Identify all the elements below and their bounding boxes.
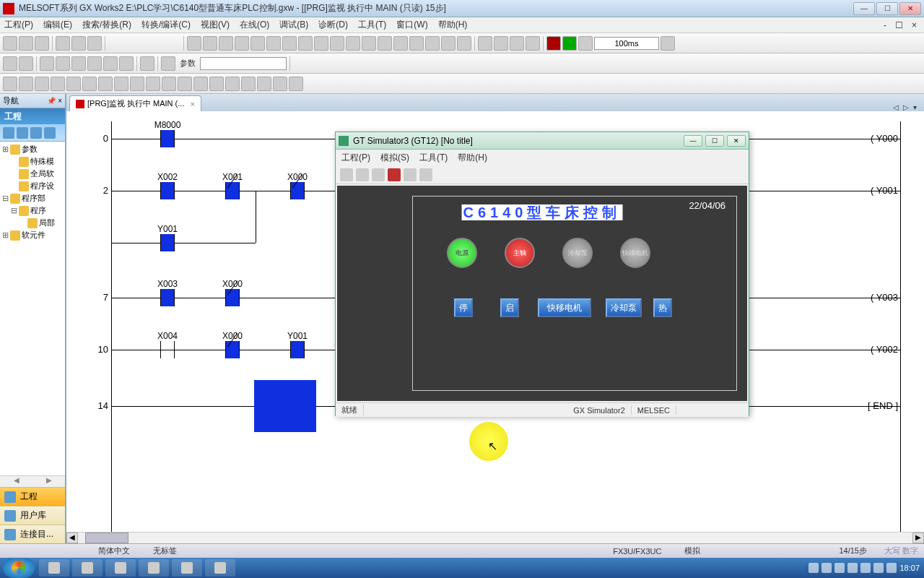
tree-item[interactable]: 特殊模: [1, 155, 64, 168]
nav-section-工程[interactable]: 工程: [0, 487, 65, 506]
toolbar-btn[interactable]: [71, 56, 86, 71]
menu-project[interactable]: 工程(P): [4, 19, 33, 31]
mdi-min[interactable]: -: [881, 20, 889, 30]
nav-tool-icon[interactable]: [3, 127, 14, 139]
toolbar-btn[interactable]: [219, 36, 233, 51]
toolbar-btn[interactable]: [494, 36, 508, 51]
toolbar-btn[interactable]: [187, 36, 201, 51]
toolbar-btn[interactable]: [282, 36, 297, 51]
menu-edit[interactable]: 编辑(E): [43, 19, 72, 31]
toolbar-btn[interactable]: [457, 36, 471, 51]
tree-item[interactable]: ⊟程序: [1, 204, 64, 217]
menu-debug[interactable]: 调试(B): [279, 19, 308, 31]
toolbar-btn[interactable]: [298, 36, 313, 51]
hmi-button-快移电机[interactable]: 快移电机: [538, 298, 591, 317]
menu-view[interactable]: 视图(V): [201, 19, 230, 31]
toolbar-btn[interactable]: [478, 36, 492, 51]
toolbar-btn[interactable]: [56, 56, 70, 71]
ladder-contact[interactable]: [160, 182, 175, 199]
start-button[interactable]: [3, 558, 35, 578]
ladder-contact[interactable]: [225, 289, 240, 306]
toolbar-btn[interactable]: [378, 36, 392, 51]
close-button[interactable]: ✕: [899, 2, 921, 15]
ladder-contact[interactable]: [225, 341, 240, 358]
tree-item[interactable]: 局部: [1, 217, 64, 229]
tray-icon[interactable]: [821, 563, 832, 573]
tab-prev[interactable]: ◁: [893, 103, 899, 111]
ladder-contact[interactable]: [160, 130, 175, 147]
gt-tool-icon[interactable]: [340, 168, 353, 181]
toolbar-btn[interactable]: [51, 77, 65, 91]
toolbar-btn[interactable]: [35, 77, 49, 91]
toolbar-btn[interactable]: [19, 77, 33, 91]
menu-online[interactable]: 在线(O): [240, 19, 269, 31]
ladder-contact[interactable]: [225, 182, 240, 199]
toolbar-btn[interactable]: [330, 36, 344, 51]
horizontal-scrollbar[interactable]: ◀▶: [66, 532, 924, 543]
mdi-close[interactable]: ×: [909, 20, 920, 30]
toolbar-btn[interactable]: [3, 56, 17, 71]
gt-menu-tools[interactable]: 工具(T): [419, 152, 448, 164]
ladder-output[interactable]: [ END ]: [868, 400, 898, 411]
nav-tool-icon[interactable]: [30, 127, 42, 139]
cut-icon[interactable]: [56, 36, 70, 51]
tray-time[interactable]: 18:07: [899, 564, 920, 572]
toolbar-btn[interactable]: [82, 77, 97, 91]
toolbar-btn[interactable]: [250, 36, 265, 51]
toolbar-btn[interactable]: [289, 77, 303, 91]
toolbar-btn[interactable]: [3, 77, 17, 91]
gt-menu-sim[interactable]: 模拟(S): [380, 152, 409, 164]
copy-icon[interactable]: [71, 36, 86, 51]
toolbar-btn[interactable]: [346, 36, 360, 51]
toolbar-btn[interactable]: [193, 77, 208, 91]
toolbar-btn[interactable]: [87, 56, 102, 71]
toolbar-btn[interactable]: [178, 77, 192, 91]
tree-item[interactable]: ⊟程序部: [1, 192, 64, 204]
hmi-lamp-电源[interactable]: 电源: [447, 238, 477, 268]
toolbar-btn[interactable]: [140, 56, 154, 71]
run-icon[interactable]: [546, 36, 561, 51]
ladder-contact[interactable]: [160, 234, 175, 251]
nav-section-连接目...[interactable]: 连接目...: [0, 525, 65, 543]
ladder-output[interactable]: ( Y002: [871, 344, 898, 355]
tree-item[interactable]: ⊞参数: [1, 143, 64, 155]
gt-menu-project[interactable]: 工程(P): [341, 152, 370, 164]
toolbar-btn[interactable]: [661, 36, 675, 51]
paste-icon[interactable]: [87, 36, 102, 51]
menu-search[interactable]: 搜索/替换(R): [82, 19, 131, 31]
gt-menu-help[interactable]: 帮助(H): [458, 152, 487, 164]
gt-simulator-window[interactable]: GT Simulator3 (GT12) [No title] — ☐ ✕ 工程…: [335, 131, 749, 416]
toolbar-btn[interactable]: [114, 77, 128, 91]
ladder-contact[interactable]: [160, 341, 175, 358]
tray-icon[interactable]: [873, 563, 884, 573]
toolbar-btn[interactable]: [146, 77, 160, 91]
nav-section-用户库[interactable]: 用户库: [0, 506, 65, 525]
toolbar-btn[interactable]: [162, 77, 176, 91]
tree-item[interactable]: 程序设: [1, 180, 64, 192]
gt-close-button[interactable]: ✕: [727, 135, 746, 147]
maximize-button[interactable]: ☐: [876, 2, 898, 15]
tray-icon[interactable]: [847, 563, 858, 573]
tree-item[interactable]: ⊞软元件: [1, 229, 64, 241]
new-icon[interactable]: [3, 36, 17, 51]
tray-icon[interactable]: [808, 563, 819, 573]
gt-minimize-button[interactable]: —: [684, 135, 702, 147]
toolbar-btn[interactable]: [241, 77, 256, 91]
gt-maximize-button[interactable]: ☐: [705, 135, 724, 147]
toolbar-btn[interactable]: [66, 77, 81, 91]
task-item[interactable]: [172, 559, 202, 577]
open-icon[interactable]: [19, 36, 33, 51]
interval-input[interactable]: [594, 37, 659, 50]
toolbar-btn[interactable]: [362, 36, 376, 51]
tab-close-icon[interactable]: ×: [190, 100, 194, 108]
ladder-contact[interactable]: [160, 289, 175, 306]
ladder-output[interactable]: ( Y001: [871, 185, 898, 196]
task-item[interactable]: [105, 559, 136, 577]
toolbar-btn[interactable]: [409, 36, 424, 51]
toolbar-btn[interactable]: [441, 36, 456, 51]
toolbar-btn[interactable]: [225, 77, 240, 91]
search-icon[interactable]: [161, 56, 175, 71]
scroll-left[interactable]: ◀: [0, 476, 32, 487]
nav-tool-icon[interactable]: [44, 127, 56, 139]
ladder-contact[interactable]: [290, 182, 305, 199]
